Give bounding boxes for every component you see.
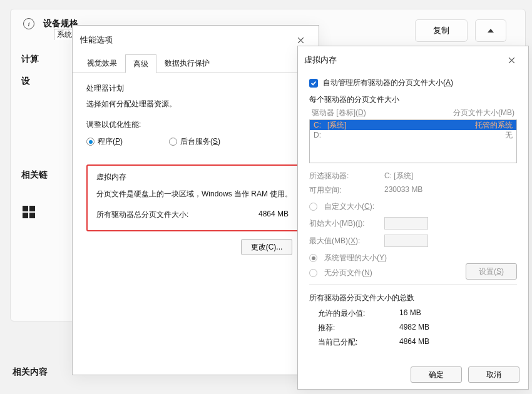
related-content-label: 相关内容 (13, 366, 48, 378)
drive-row-d[interactable]: D: 无 (310, 130, 516, 140)
initial-size-label: 初始大小(MB)(I): (309, 218, 384, 229)
tab-dep[interactable]: 数据执行保护 (156, 54, 218, 73)
divider (309, 285, 517, 285)
summary-title: 所有驱动器分页文件大小的总数 (309, 293, 517, 303)
selected-drive-label: 所选驱动器: (309, 171, 384, 181)
col-size-label: 分页文件大小(MB) (453, 108, 514, 118)
tab-visual-effects[interactable]: 视觉效果 (79, 54, 125, 73)
radio-icon (86, 138, 95, 146)
settings-row-device: 设 (21, 76, 56, 87)
free-space-label: 可用空间: (309, 185, 384, 196)
min-label: 允许的最小值: (318, 308, 399, 319)
system-managed-label: 系统管理的大小(Y) (324, 253, 387, 263)
cur-label: 当前已分配: (318, 337, 399, 348)
virtual-memory-desc: 分页文件是硬盘上的一块区域，Windows 当作 RAM 使用。 (96, 189, 295, 200)
processor-scheduling-title: 处理器计划 (86, 83, 305, 94)
performance-options-title: 性能选项 (80, 34, 113, 46)
summary-grid: 允许的最小值: 16 MB 推荐: 4982 MB 当前已分配: 4864 MB (309, 308, 517, 348)
check-icon (310, 80, 317, 86)
perf-tabbar: 视觉效果 高级 数据执行保护 (73, 50, 319, 73)
windows-tile-icon (23, 206, 35, 218)
initial-size-input (384, 217, 428, 230)
drive-row-c[interactable]: C: [系统] 托管的系统 (310, 120, 516, 130)
radio-icon (309, 269, 317, 277)
virtual-memory-title: 虚拟内存 (96, 172, 295, 183)
processor-scheduling-desc: 选择如何分配处理器资源。 (86, 99, 305, 109)
close-icon (508, 57, 515, 64)
auto-manage-checkbox[interactable] (309, 79, 318, 88)
ok-button[interactable]: 确定 (411, 366, 462, 383)
vm-total-value: 4864 MB (258, 210, 289, 220)
radio-no-paging-file: 无分页文件(N) (309, 268, 372, 278)
copy-button[interactable]: 复制 (415, 19, 468, 42)
free-space-value: 230033 MB (384, 185, 517, 196)
radio-icon (169, 138, 177, 146)
collapse-button[interactable] (475, 19, 506, 42)
tab-advanced[interactable]: 高级 (125, 54, 156, 73)
settings-row-compute: 计算 (21, 54, 56, 65)
rec-value: 4982 MB (399, 323, 517, 333)
radio-background-label: 后台服务(S) (180, 136, 220, 147)
set-button: 设置(S) (466, 263, 517, 280)
drive-list[interactable]: C: [系统] 托管的系统 D: 无 (309, 119, 517, 163)
max-size-input (384, 235, 428, 247)
rec-label: 推荐: (318, 323, 399, 333)
virtual-memory-highlight-box: 虚拟内存 分页文件是硬盘上的一块区域，Windows 当作 RAM 使用。 所有… (86, 164, 305, 231)
radio-system-managed: 系统管理的大小(Y) (309, 253, 517, 263)
radio-icon (309, 203, 317, 211)
no-paging-label: 无分页文件(N) (324, 268, 372, 278)
per-drive-label: 每个驱动器的分页文件大小 (309, 94, 517, 105)
custom-size-label: 自定义大小(C): (324, 201, 374, 212)
radio-programs-label: 程序(P) (98, 136, 123, 147)
auto-manage-label: 自动管理所有驱动器的分页文件大小(A) (323, 78, 453, 88)
change-button[interactable]: 更改(C)... (241, 239, 292, 255)
selected-drive-info: 所选驱动器: C: [系统] 可用空间: 230033 MB (309, 171, 517, 196)
adjust-label: 调整以优化性能: (86, 119, 305, 130)
close-icon (297, 37, 304, 44)
performance-options-dialog: 性能选项 视觉效果 高级 数据执行保护 处理器计划 选择如何分配处理器资源。 调… (72, 25, 319, 375)
radio-icon (309, 254, 317, 262)
related-links-label: 相关链 (21, 169, 56, 181)
radio-custom-size: 自定义大小(C): (309, 201, 517, 212)
min-value: 16 MB (399, 308, 517, 319)
virtual-memory-dialog-title: 虚拟内存 (304, 54, 337, 66)
cancel-button[interactable]: 取消 (468, 366, 519, 383)
vm-total-label: 所有驱动器总分页文件大小: (96, 210, 188, 220)
max-size-label: 最大值(MB)(X): (309, 236, 384, 246)
close-button-vm[interactable] (501, 51, 522, 69)
chevron-up-icon (488, 29, 494, 33)
radio-programs[interactable]: 程序(P) (86, 136, 123, 147)
selected-drive-value: C: [系统] (384, 171, 517, 181)
virtual-memory-dialog: 虚拟内存 自动管理所有驱动器的分页文件大小(A) 每个驱动器的分页文件大小 驱动… (297, 46, 529, 390)
info-icon: i (23, 18, 34, 29)
col-drive-label: 驱动器 [卷标](D) (312, 108, 366, 118)
cur-value: 4864 MB (399, 337, 517, 348)
radio-background-services[interactable]: 后台服务(S) (169, 136, 220, 147)
